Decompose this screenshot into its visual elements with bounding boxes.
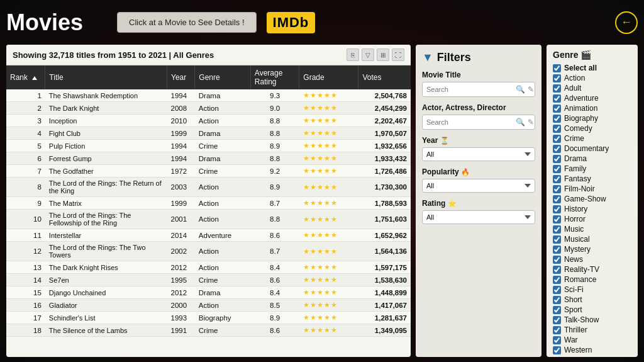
movie-title-input[interactable] (426, 86, 513, 93)
genre-item-documentary[interactable]: Documentary (553, 144, 631, 153)
genre-item-adult[interactable]: Adult (553, 84, 631, 93)
genre-item-film-noir[interactable]: Film-Noir (553, 184, 631, 193)
genre-item-comedy[interactable]: Comedy (553, 124, 631, 133)
rating-dropdown[interactable]: All (422, 210, 535, 224)
expand-icon-btn[interactable]: ⛶ (392, 48, 404, 61)
table-row[interactable]: 2 The Dark Knight 2008 Action 9.0 ★★★★★ … (6, 102, 411, 115)
table-row[interactable]: 8 The Lord of the Rings: The Return of t… (6, 178, 411, 197)
genre-item-romance[interactable]: Romance (553, 275, 631, 284)
th-title[interactable]: Title (45, 65, 167, 89)
genre-checkbox-23[interactable] (553, 296, 561, 304)
genre-checkbox-18[interactable] (553, 246, 561, 254)
table-row[interactable]: 18 The Silence of the Lambs 1991 Crime 8… (6, 324, 411, 337)
genre-item-game-show[interactable]: Game-Show (553, 195, 631, 203)
genre-item-talk-show[interactable]: Talk-Show (553, 315, 631, 324)
year-dropdown[interactable]: All (422, 147, 535, 161)
actor-input[interactable] (426, 118, 513, 126)
genre-checkbox-26[interactable] (553, 326, 561, 334)
table-wrapper[interactable]: Rank Title Year Genre AverageRating Grad… (6, 65, 411, 357)
th-year[interactable]: Year (167, 65, 195, 89)
genre-item-family[interactable]: Family (553, 164, 631, 173)
table-row[interactable]: 16 Gladiator 2000 Action 8.5 ★★★★★ 1,417… (6, 299, 411, 312)
genre-checkbox-13[interactable] (553, 195, 561, 203)
genre-item-short[interactable]: Short (553, 295, 631, 304)
genre-checkbox-19[interactable] (553, 256, 561, 264)
genre-checkbox-1[interactable] (553, 74, 561, 82)
genre-item-adventure[interactable]: Adventure (553, 94, 631, 103)
table-icons: ⎘ ▽ ⊞ ⛶ (347, 48, 404, 61)
table-row[interactable]: 12 The Lord of the Rings: The Two Towers… (6, 242, 411, 261)
genre-checkbox-10[interactable] (553, 165, 561, 173)
clear-movie-title-icon[interactable]: ✎ (528, 85, 534, 94)
table-row[interactable]: 11 Interstellar 2014 Adventure 8.6 ★★★★★… (6, 229, 411, 242)
th-votes[interactable]: Votes (358, 65, 411, 89)
td-title: The Lord of the Rings: The Fellowship of… (45, 210, 167, 229)
popularity-dropdown[interactable]: All (422, 179, 535, 193)
genre-checkbox-3[interactable] (553, 94, 561, 103)
table-row[interactable]: 5 Pulp Fiction 1994 Crime 8.9 ★★★★★ 1,93… (6, 140, 411, 152)
genre-item-music[interactable]: Music (553, 225, 631, 234)
table-row[interactable]: 15 Django Unchained 2012 Drama 8.4 ★★★★★… (6, 286, 411, 299)
genre-checkbox-4[interactable] (553, 105, 561, 113)
genre-checkbox-9[interactable] (553, 155, 561, 163)
genre-checkbox-22[interactable] (553, 286, 561, 294)
filter-icon-btn[interactable]: ▽ (362, 48, 374, 61)
th-rank[interactable]: Rank (6, 65, 45, 89)
genre-item-drama[interactable]: Drama (553, 154, 631, 163)
genre-checkbox-27[interactable] (553, 336, 561, 344)
table-row[interactable]: 3 Inception 2010 Action 8.8 ★★★★★ 2,202,… (6, 115, 411, 127)
th-avg-rating[interactable]: AverageRating (250, 65, 299, 89)
genre-item-mystery[interactable]: Mystery (553, 245, 631, 254)
genre-item-musical[interactable]: Musical (553, 235, 631, 244)
genre-item-history[interactable]: History (553, 205, 631, 213)
genre-checkbox-8[interactable] (553, 145, 561, 153)
genre-checkbox-15[interactable] (553, 215, 561, 223)
genre-item-fantasy[interactable]: Fantasy (553, 174, 631, 183)
table-row[interactable]: 1 The Shawshank Redemption 1994 Drama 9.… (6, 89, 411, 102)
th-grade[interactable]: Grade (299, 65, 358, 89)
genre-item-thriller[interactable]: Thriller (553, 325, 631, 334)
genre-item-animation[interactable]: Animation (553, 104, 631, 113)
genre-item-action[interactable]: Action (553, 74, 631, 82)
table-row[interactable]: 17 Schindler's List 1993 Biography 8.9 ★… (6, 312, 411, 324)
genre-item-biography[interactable]: Biography (553, 114, 631, 123)
grid-icon-btn[interactable]: ⊞ (377, 48, 389, 61)
genre-item-news[interactable]: News (553, 255, 631, 264)
genre-checkbox-21[interactable] (553, 276, 561, 284)
table-row[interactable]: 9 The Matrix 1999 Action 8.7 ★★★★★ 1,788… (6, 197, 411, 210)
genre-checkbox-25[interactable] (553, 316, 561, 324)
genre-checkbox-20[interactable] (553, 266, 561, 274)
table-row[interactable]: 14 Se7en 1995 Crime 8.6 ★★★★★ 1,538,630 (6, 274, 411, 286)
rank-sort-arrow[interactable] (32, 76, 37, 80)
table-row[interactable]: 13 The Dark Knight Rises 2012 Action 8.4… (6, 261, 411, 274)
genre-item-sport[interactable]: Sport (553, 305, 631, 314)
genre-checkbox-24[interactable] (553, 306, 561, 314)
genre-checkbox-7[interactable] (553, 135, 561, 143)
table-row[interactable]: 10 The Lord of the Rings: The Fellowship… (6, 210, 411, 229)
genre-checkbox-11[interactable] (553, 175, 561, 183)
genre-item-horror[interactable]: Horror (553, 215, 631, 223)
genre-checkbox-17[interactable] (553, 235, 561, 244)
genre-checkbox-12[interactable] (553, 185, 561, 193)
genre-checkbox-6[interactable] (553, 125, 561, 133)
genre-item-crime[interactable]: Crime (553, 134, 631, 143)
clear-actor-icon[interactable]: ✎ (528, 118, 534, 127)
genre-checkbox-28[interactable] (553, 346, 561, 354)
table-row[interactable]: 4 Fight Club 1999 Drama 8.8 ★★★★★ 1,970,… (6, 127, 411, 140)
back-button[interactable]: ← (615, 11, 638, 34)
genre-select-all[interactable]: Select all (553, 64, 631, 72)
click-hint-button[interactable]: Click at a Movie to See Details ! (117, 12, 257, 33)
genre-item-war[interactable]: War (553, 336, 631, 344)
genre-checkbox-2[interactable] (553, 84, 561, 93)
genre-item-sci-fi[interactable]: Sci-Fi (553, 285, 631, 294)
table-row[interactable]: 7 The Godfather 1972 Crime 9.2 ★★★★★ 1,7… (6, 165, 411, 178)
genre-item-reality-tv[interactable]: Reality-TV (553, 265, 631, 274)
table-row[interactable]: 6 Forrest Gump 1994 Drama 8.8 ★★★★★ 1,93… (6, 152, 411, 165)
copy-icon-btn[interactable]: ⎘ (347, 48, 359, 61)
genre-item-western[interactable]: Western (553, 346, 631, 354)
genre-checkbox-16[interactable] (553, 225, 561, 234)
genre-checkbox-0[interactable] (553, 64, 561, 72)
th-genre[interactable]: Genre (195, 65, 251, 89)
genre-checkbox-14[interactable] (553, 205, 561, 213)
genre-checkbox-5[interactable] (553, 115, 561, 123)
